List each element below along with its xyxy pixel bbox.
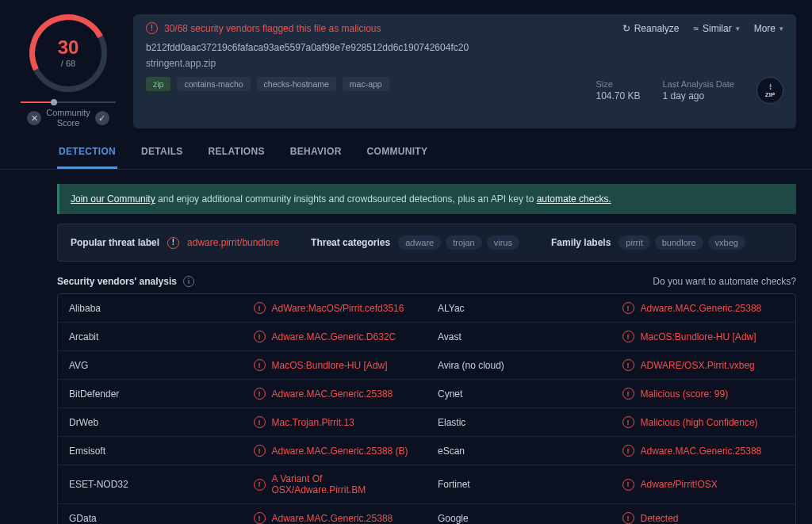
- vendor-name: ALYac: [427, 294, 611, 322]
- threat-categories-label: Threat categories: [311, 237, 390, 248]
- malicious-icon: !: [254, 359, 266, 371]
- table-row: Arcabit!Adware.MAC.Generic.D632CAvast!Ma…: [58, 322, 795, 350]
- vendor-name: Arcabit: [58, 323, 243, 350]
- malicious-icon: !: [622, 388, 634, 400]
- detection-result: !Adware.MAC.Generic.25388: [611, 294, 796, 322]
- malicious-icon: !: [254, 479, 266, 491]
- pill[interactable]: bundlore: [655, 235, 703, 250]
- tag[interactable]: zip: [146, 77, 170, 91]
- malicious-icon: !: [622, 331, 634, 342]
- alert-icon: !: [167, 237, 179, 249]
- detection-result: !Adware.MAC.Generic.25388: [243, 380, 427, 407]
- tags-list: zipcontains-machochecks-hostnamemac-app: [146, 77, 389, 91]
- table-row: Emsisoft!Adware.MAC.Generic.25388 (B)eSc…: [58, 436, 795, 465]
- detection-result: !Adware.MAC.Generic.25388: [243, 504, 427, 524]
- vendor-name: AVG: [58, 351, 243, 379]
- malicious-icon: !: [254, 388, 266, 400]
- family-labels-label: Family labels: [551, 237, 611, 248]
- pill[interactable]: adware: [398, 235, 441, 250]
- malicious-icon: !: [254, 445, 266, 457]
- info-icon[interactable]: i: [183, 276, 194, 287]
- size-label: Size: [596, 79, 640, 89]
- table-row: AVG!MacOS:Bundlore-HU [Adw]Avira (no clo…: [58, 350, 795, 379]
- tab-details[interactable]: DETAILS: [140, 146, 185, 169]
- automate-checks-prompt[interactable]: Do you want to automate checks?: [653, 276, 796, 287]
- table-row: BitDefender!Adware.MAC.Generic.25388Cyne…: [58, 379, 795, 407]
- detection-result: !ADWARE/OSX.Pirrit.vxbeg: [611, 351, 796, 379]
- pill[interactable]: virus: [487, 235, 519, 250]
- malicious-icon: !: [622, 302, 634, 314]
- community-score-label: Community Score: [46, 108, 90, 128]
- detection-result: !Adware/Pirrit!OSX: [611, 465, 796, 503]
- malicious-icon: !: [622, 416, 634, 428]
- malicious-icon: !: [254, 302, 266, 314]
- community-slider: [21, 101, 116, 103]
- reanalyze-button[interactable]: ↻Reanalyze: [622, 23, 680, 34]
- alert-icon: !: [146, 22, 158, 34]
- popular-threat-label: Popular threat label: [71, 237, 159, 248]
- detection-total: / 68: [61, 59, 75, 68]
- filetype-badge: ⁝ ZIP: [756, 77, 783, 104]
- pill[interactable]: pirrit: [619, 235, 649, 250]
- vendor-name: GData: [58, 504, 243, 524]
- popular-threat-value: adware.pirrit/bundlore: [187, 237, 279, 248]
- vendor-name: Emsisoft: [58, 437, 243, 465]
- tab-detection[interactable]: DETECTION: [57, 146, 117, 169]
- detection-result: !Adware.MAC.Generic.25388 (B): [243, 437, 427, 465]
- pill[interactable]: trojan: [446, 235, 482, 250]
- detection-count: 30: [58, 38, 79, 57]
- close-icon[interactable]: ✕: [27, 111, 41, 125]
- date-value: 1 day ago: [663, 90, 735, 101]
- detection-result: !Malicious (score: 99): [611, 380, 796, 407]
- detection-result: !AdWare:MacOS/Pirrit.cefd3516: [243, 294, 427, 322]
- malicious-icon: !: [254, 512, 266, 524]
- file-name: stringent.app.zip: [146, 58, 783, 69]
- chevron-down-icon: ▾: [779, 25, 783, 33]
- tab-behavior[interactable]: BEHAVIOR: [289, 146, 343, 169]
- tag[interactable]: contains-macho: [177, 77, 250, 91]
- summary-card: ! 30/68 security vendors flagged this fi…: [133, 14, 796, 128]
- malicious-icon: !: [254, 331, 266, 342]
- tab-relations[interactable]: RELATIONS: [207, 146, 266, 169]
- automate-checks-link[interactable]: automate checks.: [537, 193, 611, 205]
- vendor-name: Avast: [427, 323, 611, 350]
- file-hash: b212fdd0aac37219c6fafaca93ae5597a0af98e7…: [146, 42, 783, 53]
- tag[interactable]: checks-hostname: [257, 77, 336, 91]
- score-widget: 30 / 68 ✕ Community Score ✓: [13, 14, 124, 128]
- table-row: Alibaba!AdWare:MacOS/Pirrit.cefd3516ALYa…: [58, 294, 795, 322]
- size-value: 104.70 KB: [596, 90, 640, 101]
- join-community-link[interactable]: Join our Community: [71, 193, 155, 205]
- detection-result: !MacOS:Bundlore-HU [Adw]: [243, 351, 427, 379]
- vendors-table: Alibaba!AdWare:MacOS/Pirrit.cefd3516ALYa…: [57, 293, 796, 524]
- analysis-title: Security vendors' analysis: [57, 276, 177, 287]
- similar-button[interactable]: ≈Similar▾: [693, 23, 739, 34]
- tab-community[interactable]: COMMUNITY: [366, 146, 430, 169]
- vendor-name: DrWeb: [58, 408, 243, 436]
- more-button[interactable]: More▾: [754, 23, 783, 34]
- table-row: GData!Adware.MAC.Generic.25388Google!Det…: [58, 503, 795, 524]
- tabs: DETECTIONDETAILSRELATIONSBEHAVIORCOMMUNI…: [0, 128, 812, 170]
- date-label: Last Analysis Date: [663, 79, 735, 89]
- table-row: DrWeb!Mac.Trojan.Pirrit.13Elastic!Malici…: [58, 407, 795, 436]
- detection-result: !Adware.MAC.Generic.D632C: [243, 323, 427, 350]
- community-banner: Join our Community and enjoy additional …: [57, 184, 796, 214]
- malicious-icon: !: [254, 416, 266, 428]
- vendor-name: ESET-NOD32: [58, 465, 243, 503]
- detection-result: !Mac.Trojan.Pirrit.13: [243, 408, 427, 436]
- pill[interactable]: vxbeg: [708, 235, 745, 250]
- tag[interactable]: mac-app: [343, 77, 389, 91]
- malicious-icon: !: [622, 479, 634, 491]
- vendor-name: Alibaba: [58, 294, 243, 322]
- malicious-icon: !: [622, 512, 634, 524]
- vendor-name: Avira (no cloud): [427, 351, 611, 379]
- refresh-icon: ↻: [622, 23, 630, 34]
- vendor-name: Google: [427, 504, 611, 524]
- malicious-icon: !: [622, 445, 634, 457]
- chevron-down-icon: ▾: [736, 25, 740, 33]
- detection-result: !A Variant Of OSX/Adware.Pirrit.BM: [243, 465, 427, 503]
- detection-result: !Detected: [611, 504, 796, 524]
- detection-result: !Malicious (high Confidence): [611, 408, 796, 436]
- check-icon[interactable]: ✓: [95, 111, 109, 125]
- vendor-name: BitDefender: [58, 380, 243, 407]
- similar-icon: ≈: [693, 23, 699, 34]
